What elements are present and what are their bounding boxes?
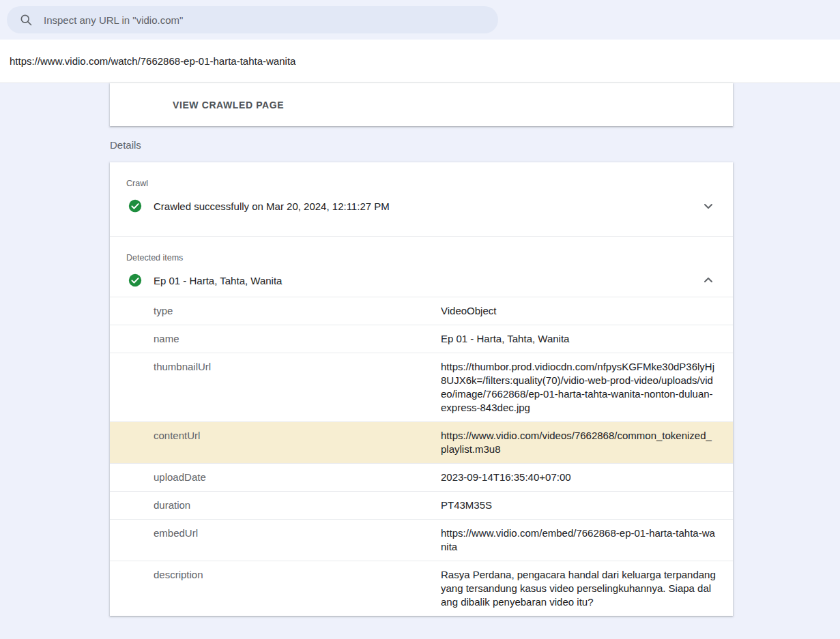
- property-key: embedUrl: [110, 520, 441, 561]
- search-input[interactable]: [44, 14, 487, 26]
- view-crawled-page-button[interactable]: VIEW CRAWLED PAGE: [167, 94, 289, 116]
- table-row: embedUrl https://www.vidio.com/embed/766…: [110, 519, 733, 561]
- property-key: thumbnailUrl: [110, 353, 441, 421]
- chevron-down-icon[interactable]: [700, 198, 716, 214]
- check-circle-icon: [128, 199, 142, 213]
- property-value: Ep 01 - Harta, Tahta, Wanita: [441, 325, 733, 353]
- property-key: contentUrl: [110, 422, 441, 463]
- detected-item-title: Ep 01 - Harta, Tahta, Wanita: [154, 275, 700, 286]
- detected-items-label: Detected items: [110, 237, 733, 264]
- table-row: type VideoObject: [110, 297, 733, 325]
- table-row: thumbnailUrl https://thumbor.prod.vidioc…: [110, 353, 733, 421]
- crawl-status-text: Crawled successfully on Mar 20, 2024, 12…: [154, 200, 700, 212]
- table-row: description Rasya Perdana, pengacara han…: [110, 561, 733, 616]
- details-section-label: Details: [110, 126, 733, 162]
- detected-items-section: Detected items Ep 01 - Harta, Tahta, Wan…: [110, 237, 733, 297]
- structured-data-properties-table: type VideoObject name Ep 01 - Harta, Tah…: [110, 297, 733, 616]
- check-circle-icon: [128, 273, 142, 287]
- property-value: https://www.vidio.com/videos/7662868/com…: [441, 422, 733, 463]
- crawl-section: Crawl Crawled successfully on Mar 20, 20…: [110, 162, 733, 236]
- table-row: name Ep 01 - Harta, Tahta, Wanita: [110, 325, 733, 353]
- property-value: https://www.vidio.com/embed/7662868-ep-0…: [441, 520, 733, 561]
- crawl-status-row[interactable]: Crawled successfully on Mar 20, 2024, 12…: [110, 190, 733, 222]
- app-header: [0, 0, 840, 40]
- crawl-section-label: Crawl: [110, 162, 733, 190]
- property-key: duration: [110, 492, 441, 519]
- table-row: duration PT43M35S: [110, 491, 733, 519]
- property-value: VideoObject: [441, 297, 733, 325]
- inspected-url-text: https://www.vidio.com/watch/7662868-ep-0…: [10, 55, 295, 67]
- detected-item-row[interactable]: Ep 01 - Harta, Tahta, Wanita: [110, 264, 733, 297]
- property-key: description: [110, 561, 441, 616]
- property-value: PT43M35S: [441, 492, 733, 519]
- inspected-url-bar: https://www.vidio.com/watch/7662868-ep-0…: [0, 40, 840, 83]
- table-row-highlighted: contentUrl https://www.vidio.com/videos/…: [110, 421, 733, 463]
- table-row: uploadDate 2023-09-14T16:35:40+07:00: [110, 463, 733, 491]
- details-card: Crawl Crawled successfully on Mar 20, 20…: [110, 162, 733, 616]
- chevron-up-icon[interactable]: [700, 272, 716, 288]
- property-value: 2023-09-14T16:35:40+07:00: [441, 464, 733, 491]
- url-inspection-search-bar[interactable]: [7, 6, 498, 33]
- search-icon: [18, 12, 34, 28]
- property-value: https://thumbor.prod.vidiocdn.com/nfpysK…: [441, 353, 733, 421]
- inspection-result-card: VIEW CRAWLED PAGE: [110, 83, 733, 126]
- property-key: name: [110, 325, 441, 353]
- property-key: type: [110, 297, 441, 325]
- property-key: uploadDate: [110, 464, 441, 491]
- property-value: Rasya Perdana, pengacara handal dari kel…: [441, 561, 733, 616]
